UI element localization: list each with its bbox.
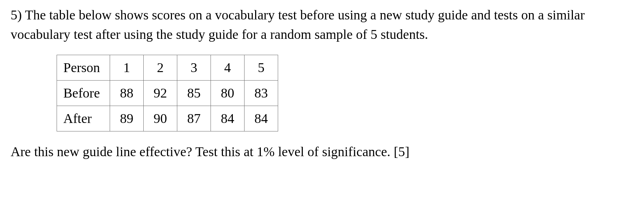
table-cell: 89	[110, 106, 144, 131]
table-row: Person 1 2 3 4 5	[57, 55, 278, 81]
table-cell: 85	[177, 81, 211, 106]
question-intro: 5) The table below shows scores on a voc…	[11, 5, 633, 44]
row-label: After	[57, 106, 110, 131]
table-cell: 80	[211, 81, 245, 106]
table-cell: 92	[144, 81, 177, 106]
row-label: Before	[57, 81, 110, 106]
table-row: After 89 90 87 84 84	[57, 106, 278, 131]
table-cell: 84	[245, 106, 278, 131]
table-cell: 5	[245, 55, 278, 81]
table-cell: 87	[177, 106, 211, 131]
question-followup: Are this new guide line effective? Test …	[11, 142, 633, 161]
data-table-wrapper: Person 1 2 3 4 5 Before 88 92 85 80 83 A…	[11, 55, 633, 131]
table-cell: 84	[211, 106, 245, 131]
table-cell: 3	[177, 55, 211, 81]
data-table: Person 1 2 3 4 5 Before 88 92 85 80 83 A…	[57, 55, 278, 131]
table-cell: 83	[245, 81, 278, 106]
table-cell: 1	[110, 55, 144, 81]
table-cell: 4	[211, 55, 245, 81]
table-row: Before 88 92 85 80 83	[57, 81, 278, 106]
table-cell: 90	[144, 106, 177, 131]
row-label: Person	[57, 55, 110, 81]
table-cell: 88	[110, 81, 144, 106]
table-cell: 2	[144, 55, 177, 81]
